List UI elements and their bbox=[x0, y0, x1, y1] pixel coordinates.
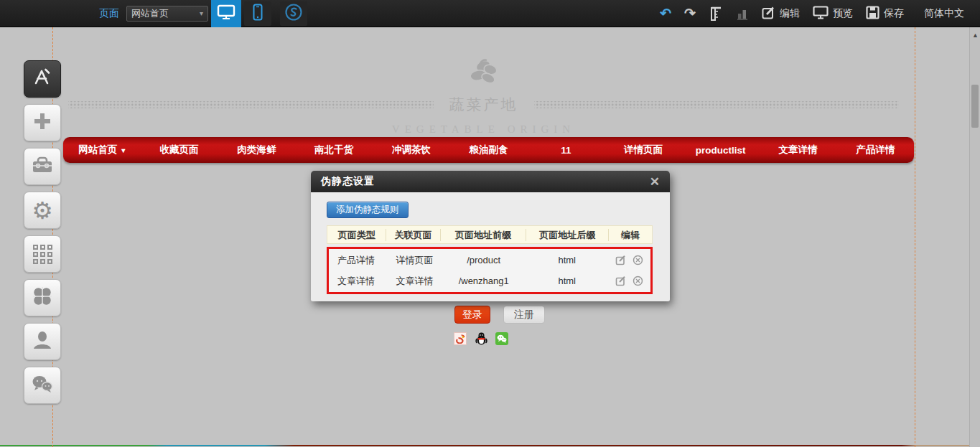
table-row: 产品详情 详情页面 /product html bbox=[329, 250, 650, 270]
preview-button[interactable]: 预览 bbox=[813, 6, 853, 22]
cell-linked-page: 文章详情 bbox=[388, 275, 442, 288]
settings-gear-icon: ⚙ bbox=[32, 199, 53, 222]
editor-sidebar: ⚙ bbox=[24, 60, 61, 410]
effects-button[interactable] bbox=[280, 1, 307, 26]
save-floppy-icon bbox=[866, 6, 879, 22]
edit-pencil-icon bbox=[762, 6, 775, 22]
bottom-edge-strip bbox=[0, 445, 980, 446]
top-toolbar: 页面 网站首页 ▾ ↶ ↷ bbox=[0, 0, 980, 27]
site-logo-title: 蔬菜产地 bbox=[449, 95, 518, 115]
delete-circle-icon[interactable] bbox=[633, 276, 643, 286]
cell-suffix: html bbox=[526, 255, 607, 265]
weibo-icon[interactable] bbox=[454, 332, 467, 345]
nav-item[interactable]: 南北干货 bbox=[295, 143, 373, 156]
site-logo-subtitle: VEGETABLE ORIGIN bbox=[52, 123, 915, 136]
table-header-cell: 关联页面 bbox=[386, 229, 440, 241]
table-header-cell: 编辑 bbox=[609, 229, 652, 241]
chevron-down-icon: ▾ bbox=[200, 9, 203, 17]
mobile-icon bbox=[252, 4, 263, 23]
toolbox-icon bbox=[31, 155, 54, 178]
nav-item[interactable]: 收藏页面 bbox=[141, 143, 218, 156]
rule-table-rows-highlight: 产品详情 详情页面 /product html 文章详情 文章详情 /wenzh… bbox=[327, 247, 653, 294]
wechat-icon[interactable] bbox=[495, 332, 508, 345]
toolbar-right: ↶ ↷ 编辑 预览 bbox=[660, 5, 980, 22]
cell-actions bbox=[607, 276, 650, 286]
sidebar-wechat-button[interactable] bbox=[24, 367, 61, 404]
right-guide-line bbox=[915, 27, 915, 447]
sidebar-navigation-button[interactable] bbox=[24, 235, 61, 273]
mobile-view-button[interactable] bbox=[244, 1, 271, 26]
save-button[interactable]: 保存 bbox=[866, 6, 904, 22]
toolbar-left: 页面 网站首页 ▾ bbox=[0, 0, 307, 27]
sidebar-add-button[interactable] bbox=[24, 104, 61, 141]
modal-body: 添加伪静态规则 页面类型关联页面页面地址前缀页面地址后缀编辑 产品详情 详情页面… bbox=[311, 192, 670, 301]
page-label: 页面 bbox=[99, 7, 119, 20]
member-user-icon bbox=[32, 329, 53, 354]
add-rule-button[interactable]: 添加伪静态规则 bbox=[327, 202, 409, 218]
site-header: 蔬菜产地 VEGETABLE ORIGIN bbox=[52, 57, 915, 136]
page-select-dropdown[interactable]: 网站首页 ▾ bbox=[126, 6, 208, 22]
undo-icon[interactable]: ↶ bbox=[660, 5, 671, 22]
nav-item[interactable]: 详情页面 bbox=[605, 143, 682, 156]
rule-table-header: 页面类型关联页面页面地址前缀页面地址后缀编辑 bbox=[327, 225, 653, 244]
redo-icon[interactable]: ↷ bbox=[684, 5, 696, 22]
modules-clover-icon bbox=[32, 286, 53, 310]
cell-suffix: html bbox=[526, 276, 607, 286]
cell-page-type: 产品详情 bbox=[329, 254, 388, 267]
chevron-down-icon: ▾ bbox=[121, 146, 125, 154]
pseudo-static-modal: 伪静态设置 ✕ 添加伪静态规则 页面类型关联页面页面地址前缀页面地址后缀编辑 产… bbox=[311, 171, 670, 301]
cell-linked-page: 详情页面 bbox=[388, 254, 442, 267]
page-select-value: 网站首页 bbox=[131, 7, 200, 20]
sidebar-modules-button[interactable] bbox=[24, 279, 61, 316]
ruler-icon[interactable] bbox=[709, 6, 723, 22]
decor-dots-left bbox=[68, 101, 434, 108]
cell-page-type: 文章详情 bbox=[329, 275, 388, 288]
scroll-up-icon[interactable]: ▲ bbox=[970, 30, 980, 40]
cell-prefix: /wenzhang1 bbox=[441, 276, 526, 286]
cell-actions bbox=[607, 255, 650, 265]
preview-label: 预览 bbox=[833, 7, 853, 20]
editor-stage: 页面 网站首页 ▾ ↶ ↷ bbox=[0, 0, 980, 447]
wechat-icon bbox=[31, 374, 54, 397]
edit-pencil-icon[interactable] bbox=[615, 255, 626, 265]
save-label: 保存 bbox=[884, 7, 904, 20]
vertical-scrollbar[interactable]: ▲ bbox=[969, 27, 980, 447]
sidebar-app-market-button[interactable] bbox=[24, 60, 61, 98]
delete-circle-icon[interactable] bbox=[633, 255, 643, 265]
nav-item[interactable]: 网站首页▾ bbox=[63, 143, 141, 156]
table-row: 文章详情 文章详情 /wenzhang1 html bbox=[329, 270, 650, 291]
preview-monitor-icon bbox=[813, 6, 829, 22]
nav-item[interactable]: 文章详情 bbox=[760, 143, 837, 156]
qq-icon[interactable] bbox=[475, 332, 487, 345]
language-switch[interactable]: 简体中文 bbox=[924, 7, 964, 20]
table-header-cell: 页面地址后缀 bbox=[526, 229, 608, 241]
social-row bbox=[454, 332, 508, 345]
nav-item[interactable]: 11 bbox=[527, 145, 605, 156]
edit-button[interactable]: 编辑 bbox=[762, 6, 800, 22]
sidebar-toolbox-button[interactable] bbox=[24, 148, 61, 185]
add-plus-icon bbox=[32, 111, 52, 134]
login-row: 登录 注册 bbox=[454, 306, 545, 324]
desktop-view-button[interactable] bbox=[211, 0, 241, 27]
decor-dots-right bbox=[534, 101, 900, 108]
app-market-icon bbox=[32, 67, 53, 91]
sidebar-member-button[interactable] bbox=[24, 323, 61, 360]
cell-prefix: /product bbox=[441, 255, 526, 265]
close-icon[interactable]: ✕ bbox=[650, 176, 660, 188]
nav-item[interactable]: 肉类海鲜 bbox=[218, 143, 295, 156]
nav-item[interactable]: 产品详情 bbox=[836, 143, 914, 156]
login-button[interactable]: 登录 bbox=[454, 306, 490, 324]
modal-title-bar[interactable]: 伪静态设置 ✕ bbox=[311, 171, 670, 192]
scrollbar-thumb[interactable] bbox=[971, 85, 979, 128]
modal-title: 伪静态设置 bbox=[321, 175, 375, 188]
effects-circle-icon bbox=[284, 3, 303, 24]
rule-table: 页面类型关联页面页面地址前缀页面地址后缀编辑 产品详情 详情页面 /produc… bbox=[327, 225, 653, 294]
nav-item[interactable]: 冲调茶饮 bbox=[373, 143, 450, 156]
nav-item[interactable]: productlist bbox=[682, 145, 760, 156]
edit-pencil-icon[interactable] bbox=[615, 276, 626, 286]
stats-icon[interactable] bbox=[736, 6, 749, 21]
nav-item[interactable]: 粮油副食 bbox=[450, 143, 528, 156]
register-button[interactable]: 注册 bbox=[503, 306, 545, 324]
edit-label: 编辑 bbox=[780, 7, 800, 20]
sidebar-settings-button[interactable]: ⚙ bbox=[24, 192, 61, 229]
